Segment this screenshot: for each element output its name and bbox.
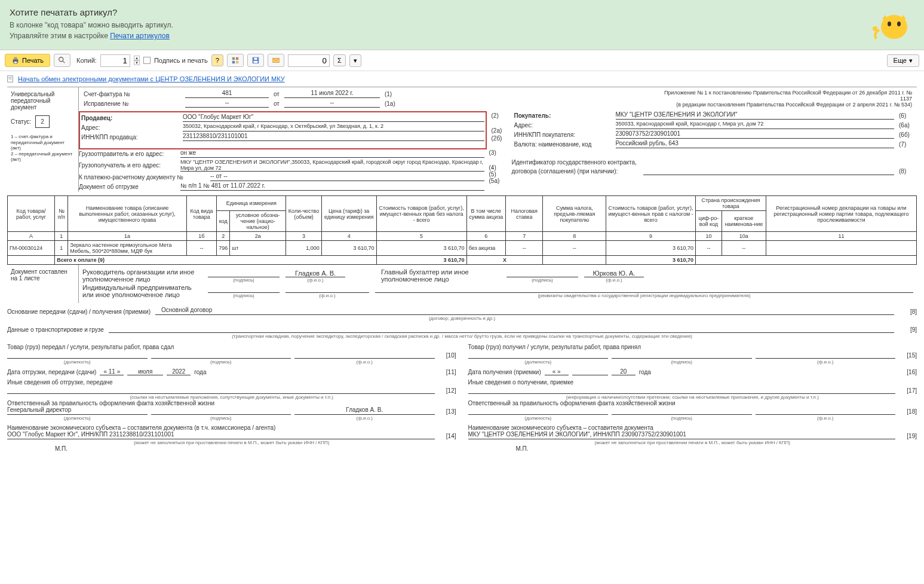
svg-rect-12 [236,61,238,63]
seller-box: Продавец:ООО "Глобус Маркет Юг" Адрес:35… [79,111,487,149]
svg-point-7 [59,57,63,62]
sender-block: Товар (груз) передал / услуги, результат… [7,344,456,452]
mascot-icon [870,6,912,42]
print-button[interactable]: Печать [5,54,50,67]
svg-rect-14 [254,58,257,60]
svg-rect-10 [236,57,238,60]
document-area: Универсальный передаточный документ Стат… [0,87,924,464]
banner-line1: В колонке "код товара" можно выводить ар… [10,21,914,29]
svg-rect-15 [253,61,257,63]
copies-input[interactable] [100,54,130,67]
svg-point-1 [888,22,891,26]
svg-rect-11 [232,61,235,63]
save-button[interactable] [247,54,264,67]
doc-type-column: Универсальный передаточный документ Стат… [7,87,79,192]
receiver-block: Товар (груз) получил / услуги, результат… [468,344,917,452]
banner-title: Хотите печатать артикул? [10,7,914,17]
sigma-dropdown[interactable]: ▾ [349,54,361,67]
status-value: 2 [35,115,50,128]
envelope-icon [272,56,280,65]
table-row: ГМ-00030124 1 Зеркало настенное прямоуго… [8,241,917,256]
help-button[interactable]: ? [211,54,223,66]
exchange-bar: Начать обмен электронными документами с … [0,71,924,87]
printer-icon [11,56,20,65]
settings-button[interactable] [227,54,244,67]
svg-rect-6 [14,62,17,64]
svg-point-3 [873,26,877,31]
banner-link[interactable]: Печати артикулов [110,32,170,40]
floppy-icon [251,56,260,65]
sigma-button[interactable]: Σ [333,54,346,66]
magnifier-icon [58,56,66,65]
exchange-link[interactable]: Начать обмен электронными документами с … [18,75,285,82]
sign-print-checkbox[interactable] [143,57,151,64]
more-button[interactable]: Еще ▾ [887,54,919,67]
document-icon [6,75,14,83]
copies-label: Копий: [76,57,97,64]
grid-icon [231,56,240,65]
info-banner: Хотите печатать артикул? В колонке "код … [0,0,924,50]
svg-rect-5 [14,57,17,60]
svg-line-8 [63,61,65,63]
email-button[interactable] [268,54,284,67]
svg-point-2 [897,22,901,26]
svg-rect-9 [232,57,235,60]
total-row: Всего к оплате (9) 3 610,70 Х 3 610,70 [8,256,917,265]
items-table: Код товара/ работ, услуг № п/п Наименова… [7,195,917,265]
toolbar: Печать Копий: ▲▼ Подпись и печать ? Σ ▾ … [0,50,924,71]
num-input[interactable] [288,54,330,67]
copies-spinner[interactable]: ▲▼ [134,56,140,65]
sign-print-label: Подпись и печать [154,57,208,64]
banner-line2: Управляйте этим в настройке Печати артик… [10,32,914,40]
preview-button[interactable] [54,54,70,67]
